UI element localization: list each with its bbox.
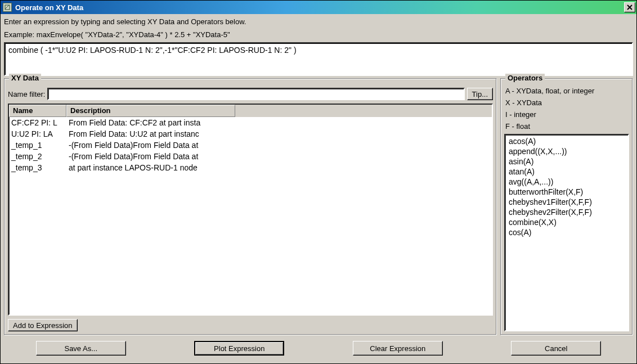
cell-name: _temp_1 (9, 141, 66, 150)
plot-expression-button[interactable]: Plot Expression (194, 341, 284, 356)
col-name-header[interactable]: Name (9, 105, 66, 117)
operators-group: Operators A - XYData, float, or integer … (500, 78, 633, 335)
operator-key-list: A - XYData, float, or integer X - XYData… (504, 84, 629, 134)
table-body: CF:CF2 PI: L From Field Data: CF:CF2 at … (9, 117, 492, 314)
title-bar: Operate on XY Data (1, 1, 636, 14)
close-button[interactable] (624, 2, 635, 12)
operator-key: F - float (505, 122, 629, 131)
operator-item[interactable]: combine(X,X) (506, 217, 627, 227)
cell-desc: From Field Data: U:U2 at part instanc (66, 129, 252, 138)
operator-item[interactable]: asin(A) (506, 156, 627, 167)
close-icon (627, 5, 632, 10)
table-header: Name Description (9, 105, 492, 117)
operator-key: X - XYData (505, 98, 629, 107)
expression-input[interactable] (4, 42, 633, 76)
cell-desc: -(From Field Data)From Field Data at (66, 152, 252, 161)
xydata-group: XY Data Name filter: Tip... Name Descrip… (4, 78, 497, 335)
table-row[interactable]: _temp_3 at part instance LAPOS-RUD-1 nod… (9, 162, 492, 173)
table-row[interactable]: U:U2 PI: LA From Field Data: U:U2 at par… (9, 128, 492, 140)
svg-rect-0 (5, 5, 10, 10)
table-row[interactable]: CF:CF2 PI: L From Field Data: CF:CF2 at … (9, 117, 492, 128)
operator-item[interactable]: acos(A) (506, 136, 627, 146)
cell-desc: at part instance LAPOS-RUD-1 node (66, 163, 252, 172)
cell-desc: From Field Data: CF:CF2 at part insta (66, 118, 252, 127)
operator-item[interactable]: butterworthFilter(X,F) (506, 187, 627, 197)
operator-item[interactable]: append((X,X,...)) (506, 146, 627, 156)
app-icon (3, 3, 12, 12)
instructions-text: Enter an expression by typing and select… (4, 16, 633, 27)
filter-label: Name filter: (8, 90, 45, 98)
cell-desc: -(From Field Data)From Field Data at (66, 141, 252, 150)
cell-name: _temp_3 (9, 163, 66, 172)
operators-legend: Operators (505, 74, 545, 82)
col-desc-header[interactable]: Description (66, 105, 235, 117)
xydata-legend: XY Data (9, 74, 41, 82)
window-title: Operate on XY Data (15, 3, 624, 12)
table-row[interactable]: _temp_1 -(From Field Data)From Field Dat… (9, 140, 492, 151)
add-to-expression-button[interactable]: Add to Expression (8, 319, 78, 331)
operator-item[interactable]: chebyshev1Filter(X,F,F) (506, 197, 627, 207)
operator-item[interactable]: cos(A) (506, 227, 627, 237)
save-as-button[interactable]: Save As... (36, 341, 126, 356)
cell-name: CF:CF2 PI: L (9, 118, 66, 127)
operator-key: A - XYData, float, or integer (505, 87, 629, 95)
xydata-table: Name Description CF:CF2 PI: L From Field… (8, 104, 493, 316)
operator-item[interactable]: atan(A) (506, 167, 627, 177)
operator-item[interactable]: avg((A,A,...)) (506, 177, 627, 187)
table-row[interactable]: _temp_2 -(From Field Data)From Field Dat… (9, 151, 492, 162)
clear-expression-button[interactable]: Clear Expression (353, 341, 443, 356)
cell-name: _temp_2 (9, 152, 66, 161)
example-text: Example: maxEnvelope( "XYData-2", "XYDat… (4, 29, 633, 40)
operators-listbox[interactable]: acos(A) append((X,X,...)) asin(A) atan(A… (504, 134, 629, 331)
operator-key: I - integer (505, 110, 629, 119)
name-filter-input[interactable] (47, 88, 464, 100)
cell-name: U:U2 PI: LA (9, 129, 66, 138)
footer-buttons: Save As... Plot Expression Clear Express… (4, 338, 633, 360)
operator-item[interactable]: chebyshev2Filter(X,F,F) (506, 207, 627, 217)
tip-button[interactable]: Tip... (467, 88, 493, 100)
cancel-button[interactable]: Cancel (511, 341, 601, 356)
content-area: Enter an expression by typing and select… (1, 14, 636, 363)
svg-line-1 (5, 5, 9, 9)
